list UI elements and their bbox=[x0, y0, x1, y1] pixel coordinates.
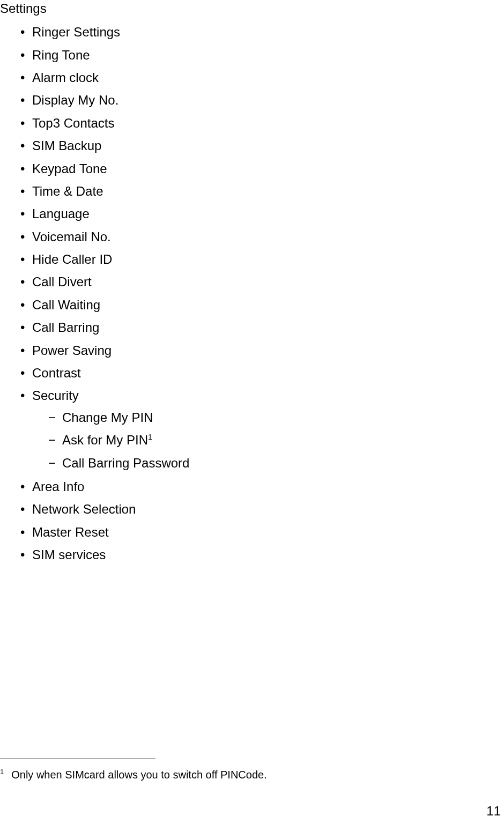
item-label: Call Waiting bbox=[32, 298, 100, 312]
list-item: Call Barring Password bbox=[48, 452, 504, 474]
list-item: Voicemail No. bbox=[20, 226, 504, 248]
item-label: Ring Tone bbox=[32, 48, 90, 62]
list-item: Display My No. bbox=[20, 89, 504, 112]
item-label: Security bbox=[32, 388, 79, 403]
item-label: Time & Date bbox=[32, 184, 103, 198]
security-sublist: Change My PIN Ask for My PIN1 Call Barri… bbox=[32, 406, 504, 474]
item-label: Language bbox=[32, 206, 90, 221]
item-label: Keypad Tone bbox=[32, 161, 107, 176]
settings-list: Ringer Settings Ring Tone Alarm clock Di… bbox=[0, 21, 504, 566]
item-label: Ringer Settings bbox=[32, 25, 120, 39]
list-item: Alarm clock bbox=[20, 66, 504, 89]
list-item: Call Waiting bbox=[20, 294, 504, 316]
item-label: Call Barring Password bbox=[62, 456, 189, 470]
item-label: Display My No. bbox=[32, 93, 118, 107]
list-item: Keypad Tone bbox=[20, 158, 504, 180]
list-item: Power Saving bbox=[20, 339, 504, 362]
item-label: Call Barring bbox=[32, 320, 99, 335]
item-label: Ask for My PIN bbox=[62, 433, 148, 447]
document-page: Settings Ringer Settings Ring Tone Alarm… bbox=[0, 0, 504, 824]
list-item: Ringer Settings bbox=[20, 21, 504, 43]
list-item: Time & Date bbox=[20, 180, 504, 203]
list-item: Ask for My PIN1 bbox=[48, 429, 504, 451]
list-item: Network Selection bbox=[20, 498, 504, 521]
list-item: Master Reset bbox=[20, 521, 504, 544]
list-item: Contrast bbox=[20, 362, 504, 384]
list-item: Call Barring bbox=[20, 316, 504, 339]
list-item: Hide Caller ID bbox=[20, 248, 504, 271]
item-label: Contrast bbox=[32, 366, 81, 380]
item-label: Top3 Contacts bbox=[32, 116, 114, 130]
footnote-ref: 1 bbox=[148, 433, 152, 441]
list-item: Language bbox=[20, 203, 504, 225]
list-item: Call Divert bbox=[20, 271, 504, 293]
item-label: Hide Caller ID bbox=[32, 252, 112, 266]
settings-heading: Settings bbox=[0, 0, 504, 17]
list-item: SIM Backup bbox=[20, 135, 504, 157]
item-label: Voicemail No. bbox=[32, 229, 111, 244]
item-label: Master Reset bbox=[32, 525, 109, 539]
footnote-text: Only when SIMcard allows you to switch o… bbox=[11, 769, 267, 781]
item-label: SIM services bbox=[32, 547, 106, 562]
footnote-rule bbox=[0, 759, 155, 759]
item-label: SIM Backup bbox=[32, 138, 101, 153]
list-item: Top3 Contacts bbox=[20, 112, 504, 135]
footnote-area: 1Only when SIMcard allows you to switch … bbox=[0, 759, 504, 781]
item-label: Network Selection bbox=[32, 502, 136, 516]
list-item: Area Info bbox=[20, 476, 504, 498]
item-label: Change My PIN bbox=[62, 410, 153, 425]
footnote: 1Only when SIMcard allows you to switch … bbox=[0, 769, 504, 781]
list-item: SIM services bbox=[20, 544, 504, 566]
footnote-mark: 1 bbox=[0, 768, 4, 776]
item-label: Alarm clock bbox=[32, 70, 99, 85]
list-item: Ring Tone bbox=[20, 44, 504, 66]
item-label: Area Info bbox=[32, 479, 84, 494]
item-label: Call Divert bbox=[32, 274, 92, 289]
page-number: 11 bbox=[486, 804, 501, 819]
item-label: Power Saving bbox=[32, 343, 112, 358]
list-item: Change My PIN bbox=[48, 406, 504, 429]
list-item: Security Change My PIN Ask for My PIN1 C… bbox=[20, 384, 504, 476]
